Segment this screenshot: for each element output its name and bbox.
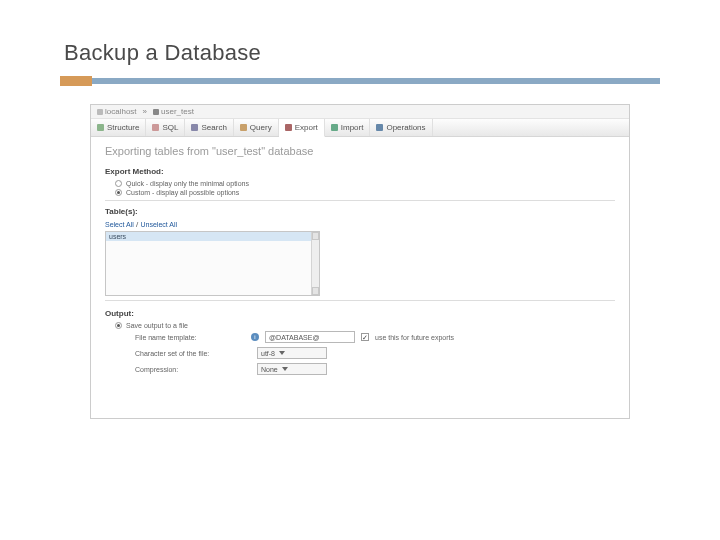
tab-query-label: Query: [250, 123, 272, 132]
database-icon: [153, 109, 159, 115]
accent-block: [60, 76, 92, 86]
import-icon: [331, 124, 338, 131]
slide-title: Backup a Database: [64, 40, 660, 66]
tab-query[interactable]: Query: [234, 119, 279, 136]
scrollbar[interactable]: [311, 232, 319, 295]
search-icon: [191, 124, 198, 131]
export-content: Exporting tables from "user_test" databa…: [91, 137, 629, 387]
compression-select[interactable]: None: [257, 363, 327, 375]
scroll-down-button[interactable]: [312, 287, 319, 295]
radio-quick-label: Quick - display only the minimal options: [126, 180, 249, 187]
scroll-up-button[interactable]: [312, 232, 319, 240]
radio-custom[interactable]: [115, 189, 122, 196]
tables-listbox[interactable]: users: [105, 231, 320, 296]
breadcrumb-server[interactable]: localhost: [97, 107, 137, 116]
charset-label: Character set of the file:: [135, 350, 245, 357]
radio-quick[interactable]: [115, 180, 122, 187]
tab-structure-label: Structure: [107, 123, 139, 132]
charset-value: utf-8: [261, 350, 275, 357]
divider: [105, 200, 615, 201]
filename-template-label: File name template:: [135, 334, 245, 341]
chevron-down-icon: [282, 367, 288, 371]
filename-input[interactable]: @DATABASE@: [265, 331, 355, 343]
tab-operations[interactable]: Operations: [370, 119, 432, 136]
export-icon: [285, 124, 292, 131]
breadcrumb-server-label: localhost: [105, 107, 137, 116]
list-item[interactable]: users: [106, 232, 319, 241]
tab-import[interactable]: Import: [325, 119, 371, 136]
query-icon: [240, 124, 247, 131]
breadcrumb-separator: »: [143, 107, 147, 116]
select-all-link[interactable]: Select All: [105, 221, 134, 228]
radio-custom-label: Custom - display all possible options: [126, 189, 239, 196]
future-exports-label: use this for future exports: [375, 334, 454, 341]
compression-value: None: [261, 366, 278, 373]
server-icon: [97, 109, 103, 115]
breadcrumb-db-label: user_test: [161, 107, 194, 116]
accent-bar: [92, 78, 660, 84]
future-exports-checkbox[interactable]: [361, 333, 369, 341]
tab-export[interactable]: Export: [279, 119, 325, 137]
sql-icon: [152, 124, 159, 131]
tab-structure[interactable]: Structure: [91, 119, 146, 136]
unselect-all-link[interactable]: Unselect All: [140, 221, 177, 228]
divider: [105, 300, 615, 301]
structure-icon: [97, 124, 104, 131]
title-underline: [60, 76, 660, 86]
breadcrumb-db[interactable]: user_test: [153, 107, 194, 116]
tab-sql-label: SQL: [162, 123, 178, 132]
charset-select[interactable]: utf-8: [257, 347, 327, 359]
output-label: Output:: [105, 309, 615, 318]
info-icon[interactable]: i: [251, 333, 259, 341]
radio-save-file[interactable]: [115, 322, 122, 329]
tab-search[interactable]: Search: [185, 119, 233, 136]
export-method-label: Export Method:: [105, 167, 615, 176]
tab-bar: Structure SQL Search Query Export Import…: [91, 119, 629, 137]
tab-search-label: Search: [201, 123, 226, 132]
save-output-label: Save output to a file: [126, 322, 188, 329]
tab-export-label: Export: [295, 123, 318, 132]
tables-label: Table(s):: [105, 207, 615, 216]
breadcrumb: localhost » user_test: [91, 105, 629, 119]
phpmyadmin-screenshot: localhost » user_test Structure SQL Sear…: [90, 104, 630, 419]
operations-icon: [376, 124, 383, 131]
tab-sql[interactable]: SQL: [146, 119, 185, 136]
tab-operations-label: Operations: [386, 123, 425, 132]
tab-import-label: Import: [341, 123, 364, 132]
page-heading: Exporting tables from "user_test" databa…: [105, 145, 615, 157]
chevron-down-icon: [279, 351, 285, 355]
compression-label: Compression:: [135, 366, 245, 373]
